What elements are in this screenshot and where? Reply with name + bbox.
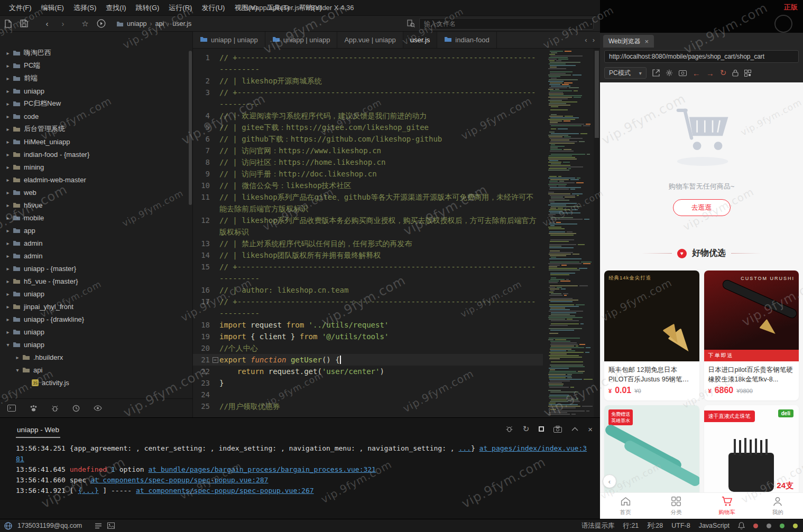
language-indicator[interactable]: JavaScript (699, 522, 730, 529)
tree-item[interactable]: ▸uniapp (0, 325, 188, 338)
tree-item[interactable]: ▸uniapp - {drawkline} (0, 313, 188, 325)
tree-item[interactable]: ▸前端 (0, 72, 188, 85)
tree-item[interactable]: ▸h5_vue - {master} (0, 275, 188, 287)
page-back-float-button[interactable]: ‹ (603, 474, 616, 488)
code-line[interactable]: 11// | likeshop系列产品在gitee、github等各大开源渠道开… (193, 191, 543, 214)
nav-item-cart[interactable]: 购物车 (702, 493, 752, 519)
debug-console-icon[interactable] (505, 425, 513, 433)
tree-item[interactable]: ▸嗨淘巴西 (0, 46, 188, 59)
tree-item[interactable]: ▾api (0, 363, 188, 376)
bookmark-button[interactable]: ☆ (77, 16, 93, 32)
tree-item[interactable]: ▸jinpai_yhyl_front (0, 300, 188, 313)
tree-item[interactable]: ▸uniapp (0, 287, 188, 300)
editor-tab[interactable]: uniapp | uniapp (193, 32, 265, 48)
preview-eye-icon[interactable] (94, 405, 102, 411)
tree-item[interactable]: ▸admin (0, 249, 188, 262)
close-icon[interactable]: × (644, 38, 649, 45)
code-line[interactable]: 20//个人中心 (193, 342, 543, 354)
menu-item[interactable]: 发行(U) (197, 0, 229, 16)
console-source-link[interactable]: at bundle/pages/bargain_process/bargain_… (148, 465, 375, 473)
code-line[interactable]: 24 (193, 389, 543, 400)
code-line[interactable]: 16// | author: likeshop.cn.team (193, 284, 543, 296)
go-shopping-button[interactable]: 去逛逛 (673, 199, 731, 216)
nav-forward-button[interactable]: › (55, 16, 71, 32)
menu-item[interactable]: 运行(R) (164, 0, 197, 16)
editor-tab[interactable]: App.vue | uniapp (337, 32, 403, 48)
tree-item[interactable]: ▾uniapp (0, 338, 188, 351)
tree-item[interactable]: ▸PC端 (0, 59, 188, 72)
code-editor[interactable]: 1// +-----------------------------------… (193, 49, 600, 417)
code-line[interactable]: 15// +----------------------------------… (193, 261, 543, 284)
tree-item[interactable]: ▸h5vue (0, 199, 188, 211)
nav-back-button[interactable]: ‹ (39, 16, 55, 32)
code-line[interactable]: 18import request from '../utils/request' (193, 319, 543, 331)
line-indicator[interactable]: 行:21 (623, 521, 639, 530)
console-toggle-icon[interactable] (7, 405, 16, 412)
tree-item[interactable]: ▸uniapp (0, 85, 188, 97)
console-source-link[interactable]: at components/spec-popup/spec-popup.vue:… (136, 487, 314, 494)
code-line[interactable]: 13// | 禁止对系统程序代码以任何目的，任何形式的再发布 (193, 238, 543, 249)
code-line[interactable]: 14// | likeshop团队版权所有并拥有最终解释权 (193, 249, 543, 261)
scrollbar-thumb[interactable] (595, 51, 599, 138)
history-icon[interactable] (72, 405, 80, 412)
console-tab[interactable]: uniapp - Web (16, 421, 60, 438)
find-file-icon[interactable] (407, 20, 415, 27)
fold-toggle-icon[interactable]: − (213, 357, 218, 363)
code-line[interactable]: 1// +-----------------------------------… (193, 52, 543, 75)
editor-tab[interactable]: user.js (403, 32, 438, 48)
debug-icon[interactable] (51, 405, 59, 412)
breadcrumb-item[interactable]: user.js (172, 20, 191, 27)
code-line[interactable]: 8// | 访问社区：https://home.likeshop.cn (193, 156, 543, 168)
code-line[interactable]: 3// +-----------------------------------… (193, 87, 543, 110)
tree-item[interactable]: ▸HiMeet_uniapp (0, 135, 188, 148)
url-input[interactable] (604, 50, 799, 63)
bell-icon[interactable] (738, 522, 745, 529)
code-line[interactable]: 2// | likeshop开源商城系统 (193, 75, 543, 87)
tree-item[interactable]: ▸.hbuilderx (0, 351, 188, 363)
encoding-indicator[interactable]: UTF-8 (671, 522, 690, 529)
code-line[interactable]: 10// | 微信公众号：likeshop技术社区 (193, 180, 543, 191)
image-icon[interactable] (107, 522, 115, 529)
console-source-link[interactable]: at components/spec-popup/spec-popup.vue:… (90, 476, 269, 484)
code-line[interactable]: 19import { client } from '@/utils/tools' (193, 331, 543, 342)
nav-item-grid[interactable]: 分类 (651, 493, 702, 519)
code-line[interactable]: 21−export function getUser() { (193, 354, 543, 366)
editor-scrollbar[interactable] (594, 49, 600, 417)
editor-tab[interactable]: indian-food (437, 32, 496, 48)
qr-code-icon[interactable] (744, 70, 751, 77)
minimap[interactable] (548, 51, 593, 415)
tree-item[interactable]: ▸admin (0, 237, 188, 249)
product-card[interactable]: CUSTOM URUSHI下单即送日本进口pilot百乐贵客钢笔硬橡胶生漆18k… (704, 270, 799, 400)
capture-icon[interactable] (679, 70, 687, 76)
close-panel-icon[interactable]: × (588, 425, 593, 434)
nav-item-user[interactable]: 我的 (752, 493, 803, 519)
restart-icon[interactable]: ↻ (523, 424, 530, 434)
account-label[interactable]: 1735031199@qq.com (17, 522, 82, 529)
list-icon[interactable] (95, 523, 102, 529)
tree-item[interactable]: ▸PC归档New (0, 97, 188, 110)
open-external-icon[interactable] (652, 69, 660, 77)
tree-item[interactable]: ▸uniapp - {master} (0, 262, 188, 275)
code-line[interactable]: 17// +----------------------------------… (193, 296, 543, 319)
menu-item[interactable]: 选择(S) (69, 0, 101, 16)
tree-item[interactable]: JSactivity.js (0, 376, 188, 389)
stop-icon[interactable] (539, 426, 544, 432)
tree-item[interactable]: ▸code (0, 110, 188, 123)
tree-item[interactable]: ▸app (0, 224, 188, 237)
code-line[interactable]: 12// | likeshop系列产品收费版本务必购买商业授权，购买去版权授权后… (193, 214, 543, 238)
menu-item[interactable]: 视图(V) (229, 0, 262, 16)
browser-forward-button[interactable]: → (706, 69, 714, 78)
code-line[interactable]: 9// | 访问手册：http://doc.likeshop.cn (193, 168, 543, 180)
column-indicator[interactable]: 列:28 (647, 521, 663, 530)
tree-item[interactable]: ▸mining (0, 161, 188, 173)
menu-item[interactable]: 跳转(G) (131, 0, 164, 16)
save-button[interactable] (16, 16, 32, 32)
tabs-scroll-left-icon[interactable]: ‹ (585, 36, 587, 44)
browser-tab[interactable]: Web浏览器 × (603, 35, 654, 48)
device-mode-select[interactable]: PC模式 ▾ (604, 67, 647, 79)
code-line[interactable]: 7// | 访问官网：https://www.likeshop.cn (193, 145, 543, 156)
nav-item-home[interactable]: 首页 (600, 493, 651, 519)
menu-item[interactable]: 工具(T) (262, 0, 294, 16)
product-card[interactable]: 速干直液式走珠笔deli24支 (704, 405, 799, 496)
console-source-link[interactable]: {...} (78, 487, 98, 494)
